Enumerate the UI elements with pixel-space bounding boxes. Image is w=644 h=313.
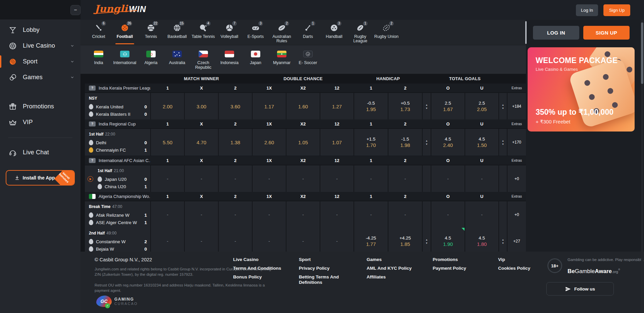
sidebar-item-live-chat[interactable]: Live Chat (0, 145, 80, 160)
odds-cell-under[interactable]: 4.51.50 (465, 129, 498, 156)
country-czech-republic[interactable]: Czech Republic (190, 45, 216, 74)
login-big-button[interactable]: LOG IN (533, 26, 579, 40)
tab-volleyball[interactable]: 7 Volleyball (216, 20, 243, 45)
odds-cell-handicap-1[interactable]: - (354, 165, 388, 192)
footer-link-games[interactable]: Games (367, 257, 420, 262)
odds-cell-12[interactable]: - (320, 228, 354, 255)
odds-cell-over[interactable]: 4.51.90 (431, 228, 465, 255)
tab-tennis[interactable]: 22 Tennis (138, 20, 164, 45)
league-name[interactable]: India Regional Cup (99, 121, 136, 126)
odds-cell-x2[interactable]: 1.05 (286, 129, 320, 156)
install-app-button[interactable]: Install the App secret bonuses (6, 170, 75, 186)
odds-cell-1x[interactable]: - (253, 228, 286, 255)
handicap-line-stepper[interactable]: ▲▼ (423, 93, 431, 120)
gaming-curacao-seal[interactable]: GC ✓ GAMING CURACAO (96, 296, 138, 307)
tab-rugby-league[interactable]: 1 Rugby League (347, 20, 373, 45)
login-button[interactable]: Log In (576, 4, 598, 16)
brand-logo[interactable]: JungliWIN (95, 3, 146, 14)
extras-cell[interactable]: +170 (507, 129, 526, 156)
odds-cell-handicap-2[interactable]: -1.51.98 (388, 129, 422, 156)
odds-cell-x2[interactable]: - (286, 201, 320, 228)
odds-cell-2[interactable]: - (219, 165, 252, 192)
tab-darts[interactable]: 1 Darts (295, 20, 321, 45)
live-play-button[interactable] (88, 176, 93, 182)
sidebar-item-lobby[interactable]: Lobby (0, 22, 80, 38)
extras-cell[interactable]: +184 (507, 93, 526, 120)
odds-cell-1[interactable]: - (151, 201, 184, 228)
footer-link-bonus-policy[interactable]: Bonus Policy (233, 274, 287, 280)
league-name[interactable]: International AFC Asian C... (99, 158, 150, 163)
odds-cell-under[interactable]: 2.52.05 (465, 93, 498, 120)
odds-cell-handicap-1[interactable]: -4.251.77 (354, 228, 388, 255)
odds-cell-2[interactable]: - (219, 201, 252, 228)
sidebar-item-vip[interactable]: VIP (0, 114, 80, 130)
odds-cell-x2[interactable]: - (286, 165, 320, 192)
tab-table-tennis[interactable]: 4 Table Tennis (190, 20, 216, 45)
extras-cell[interactable]: +27 (507, 228, 526, 255)
odds-cell-2[interactable]: 1.38 (219, 129, 252, 156)
tab-basketball[interactable]: 15 Basketball (164, 20, 190, 45)
odds-cell-handicap-2[interactable]: +0.51.73 (388, 93, 422, 120)
totals-line-stepper[interactable]: ▲▼ (499, 93, 507, 120)
country-india[interactable]: India (86, 45, 112, 74)
odds-cell-2[interactable]: - (219, 228, 252, 255)
odds-cell-handicap-1[interactable]: +1.51.70 (354, 129, 388, 156)
footer-link-live-casino[interactable]: Live Casino (233, 257, 287, 262)
content-scrollbar-thumb[interactable] (525, 21, 527, 44)
collapse-sidebar-button[interactable]: − (70, 5, 80, 15)
country-indonesia[interactable]: Indonesia (216, 45, 243, 74)
match-info-cell[interactable]: 2nd Half49:00 Constantine W2 Bejaia W0 (85, 228, 150, 255)
odds-cell-1[interactable]: 2.00 (151, 93, 184, 120)
footer-link-aml-kyc[interactable]: AML And KYC Policy (367, 266, 420, 271)
page-scrollbar-thumb[interactable] (641, 22, 643, 84)
sidebar-item-games[interactable]: Games (0, 69, 80, 85)
match-info-cell[interactable]: NSY Kerala United0 Kerala Blasters II0 (85, 93, 150, 120)
tab-handball[interactable]: 3 Handball (321, 20, 347, 45)
odds-cell-handicap-2[interactable]: - (388, 165, 422, 192)
tab-australian-rules[interactable]: 2 Australian Rules (269, 20, 295, 45)
footer-link-promotions[interactable]: Promotions (433, 257, 486, 262)
odds-cell-x[interactable]: 3.00 (185, 93, 218, 120)
handicap-line-stepper[interactable]: ▲▼ (423, 129, 431, 156)
tab-cricket[interactable]: 6 Cricket (86, 20, 112, 45)
odds-cell-x[interactable]: 4.70 (185, 129, 218, 156)
odds-cell-under[interactable]: - (465, 201, 498, 228)
odds-cell-x[interactable]: - (185, 201, 218, 228)
country-esoccer[interactable]: E- Soccer (295, 45, 321, 74)
odds-cell-under[interactable]: - (465, 165, 498, 192)
footer-link-betting-terms[interactable]: Betting Terms And Definitions (299, 274, 349, 285)
extras-cell[interactable]: +0 (507, 165, 526, 192)
odds-cell-over[interactable]: - (431, 165, 465, 192)
footer-link-vip[interactable]: Vip (498, 257, 552, 262)
country-international[interactable]: International (112, 45, 138, 74)
follow-us-button[interactable]: Follow us (546, 282, 614, 296)
odds-cell-12[interactable]: 1.07 (320, 129, 354, 156)
odds-cell-x2[interactable]: 1.60 (286, 93, 320, 120)
footer-link-affiliates[interactable]: Affiliates (367, 274, 420, 280)
odds-cell-12[interactable]: - (320, 165, 354, 192)
odds-cell-handicap-1[interactable]: -0.51.95 (354, 93, 388, 120)
match-info-cell[interactable]: Break Time47:00 Afak Relizane W1 ASE Alg… (85, 201, 150, 228)
extras-cell[interactable]: +0 (507, 201, 526, 228)
odds-cell-1[interactable]: - (151, 165, 184, 192)
signup-button[interactable]: Sign Up (603, 4, 630, 16)
begambleaware-link[interactable]: BeGambleAware.org® (568, 268, 620, 275)
totals-line-stepper[interactable]: ▲▼ (499, 228, 507, 255)
footer-link-terms[interactable]: Terms And Conditions (233, 266, 287, 271)
odds-cell-handicap-2[interactable]: +4.251.85 (388, 228, 422, 255)
sidebar-item-live-casino[interactable]: Live Casino (0, 38, 80, 54)
country-japan[interactable]: Japan (243, 45, 269, 74)
odds-cell-over[interactable]: - (431, 201, 465, 228)
odds-cell-1[interactable]: 5.50 (151, 129, 184, 156)
odds-cell-x[interactable]: - (185, 228, 218, 255)
odds-cell-1x[interactable]: - (253, 165, 286, 192)
footer-link-cookies-policy[interactable]: Cookies Policy (498, 266, 552, 271)
odds-cell-1x[interactable]: 2.60 (253, 129, 286, 156)
country-myanmar[interactable]: Myanmar (269, 45, 295, 74)
odds-cell-over[interactable]: 4.52.40 (431, 129, 465, 156)
tab-rugby-union[interactable]: 2 Rugby Union (373, 20, 399, 45)
odds-cell-x[interactable]: - (185, 165, 218, 192)
country-algeria[interactable]: Algeria (138, 45, 164, 74)
league-name[interactable]: Algeria Championship Wo... (99, 194, 150, 199)
odds-cell-1x[interactable]: - (253, 201, 286, 228)
